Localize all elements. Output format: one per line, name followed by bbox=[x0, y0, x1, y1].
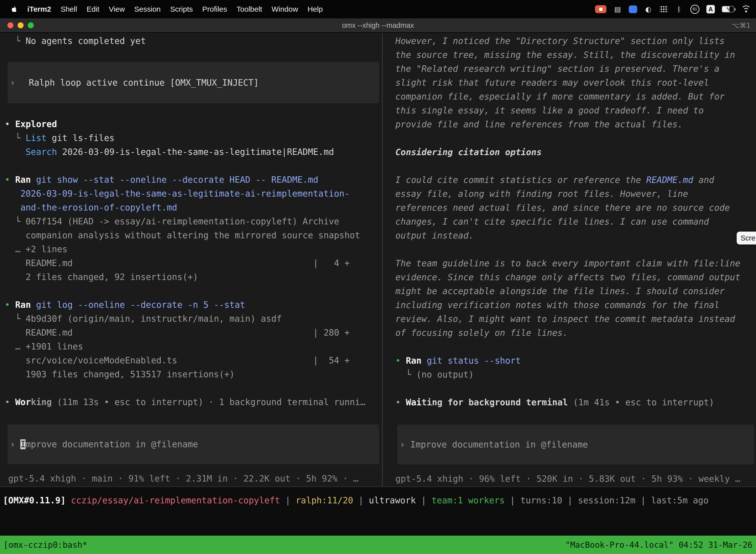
menu-item-shell[interactable]: Shell bbox=[61, 5, 77, 13]
text-segment: git log --oneline --decorate -n 5 --stat bbox=[36, 300, 245, 310]
tmux-panes: └ No agents completed yet › Ralph loop a… bbox=[0, 33, 756, 487]
terminal-line: this single essay, it seems like a good … bbox=[395, 104, 756, 117]
battery-gauge-icon[interactable]: 61 bbox=[690, 5, 699, 14]
menu-item-scripts[interactable]: Scripts bbox=[170, 5, 193, 13]
text-segment: session:12m bbox=[578, 495, 635, 505]
screen-recording-indicator[interactable] bbox=[595, 5, 607, 13]
menu-item-toolbelt[interactable]: Toolbelt bbox=[237, 5, 262, 13]
left-terminal-pane[interactable]: └ No agents completed yet › Ralph loop a… bbox=[0, 33, 382, 487]
terminal-line: slight risk that future readers may over… bbox=[395, 76, 756, 90]
terminal-line bbox=[395, 159, 756, 173]
menu-bar-status-icons: ▤◐ᛒ61A bbox=[595, 4, 756, 14]
prompt-input-right[interactable]: › Improve documentation in @filename bbox=[397, 425, 754, 464]
text-segment: (11m 13s • esc to interrupt) · 1 backgro… bbox=[52, 397, 365, 407]
terminal-line bbox=[5, 284, 382, 298]
text-segment: (1m 41s • esc to interrupt) bbox=[568, 397, 714, 407]
terminal-line bbox=[395, 242, 756, 257]
zoom-button[interactable] bbox=[28, 22, 34, 28]
text-segment: | bbox=[562, 495, 578, 505]
terminal-line: └ 4b9d30f (origin/main, instructkr/main,… bbox=[5, 312, 382, 326]
text-segment: The team guideline is to back every impo… bbox=[395, 258, 740, 268]
banner-text: Ralph loop active continue [OMX_TMUX_INJ… bbox=[29, 78, 259, 88]
screen-overlay-button[interactable]: Scre bbox=[737, 232, 756, 244]
contrast-app-icon[interactable]: ◐ bbox=[644, 4, 652, 14]
text-segment: git show --stat --oneline --decorate HEA… bbox=[36, 175, 318, 185]
menu-items: iTerm2ShellEditViewSessionScriptsProfile… bbox=[27, 5, 323, 13]
text-segment bbox=[422, 356, 427, 366]
terminal-line: └ List git ls-files bbox=[5, 131, 382, 145]
terminal-line bbox=[5, 159, 382, 173]
text-segment: changes, I can't cite specific file line… bbox=[395, 217, 709, 227]
text-segment: | bbox=[416, 495, 432, 505]
text-segment: ultrawork bbox=[369, 495, 416, 505]
text-segment: | bbox=[280, 495, 296, 505]
traffic-light-buttons bbox=[7, 22, 34, 28]
terminal-line: the source tree, missing the essay. Stil… bbox=[395, 48, 756, 62]
menu-item-edit[interactable]: Edit bbox=[86, 5, 100, 13]
terminal-line: might be acceptable alongside the file l… bbox=[395, 284, 756, 298]
menu-item-session[interactable]: Session bbox=[134, 5, 161, 13]
text-segment: | bbox=[353, 495, 369, 505]
menu-item-window[interactable]: Window bbox=[271, 5, 298, 13]
prompt-input-left[interactable]: › I mprove documentation in @filename bbox=[8, 425, 379, 464]
text-segment: turns:10 bbox=[520, 495, 562, 505]
tmux-session-label: [omx-cczip0:bash* bbox=[3, 540, 87, 550]
text-segment: essay file, along with finding root file… bbox=[395, 189, 688, 199]
input-source-icon[interactable]: A bbox=[706, 5, 715, 13]
wifi-icon[interactable] bbox=[741, 5, 751, 13]
text-segment: └ bbox=[5, 314, 25, 324]
menu-item-iterm2[interactable]: iTerm2 bbox=[27, 5, 51, 13]
text-segment: Ran bbox=[15, 175, 31, 185]
text-segment: • bbox=[5, 175, 15, 185]
terminal-line: the "Related research writing" section i… bbox=[395, 62, 756, 76]
text-segment: └ bbox=[5, 133, 25, 143]
text-segment: └ bbox=[5, 216, 25, 226]
terminal-line: src/voice/voiceModeEnabled.ts | 54 + bbox=[5, 353, 382, 367]
right-terminal-pane[interactable]: However, I noticed the "Directory Struct… bbox=[383, 33, 756, 487]
menu-item-help[interactable]: Help bbox=[308, 5, 323, 13]
window-title: omx --xhigh --madmax bbox=[342, 21, 414, 30]
text-segment: Wor bbox=[15, 397, 31, 407]
text-segment bbox=[31, 300, 36, 310]
text-segment: • bbox=[5, 300, 15, 310]
keyboard-icon[interactable]: ▤ bbox=[613, 4, 622, 14]
text-segment: 1903 files changed, 513517 insertions(+) bbox=[5, 369, 235, 379]
banner-prompt-icon: › bbox=[10, 78, 15, 88]
text-segment: provide file and line references from th… bbox=[395, 119, 683, 129]
text-segment: No agents completed yet bbox=[25, 36, 146, 46]
text-segment: However, I noticed the "Directory Struct… bbox=[395, 36, 725, 46]
raycast-icon[interactable] bbox=[629, 5, 637, 13]
app-grid-icon[interactable] bbox=[659, 6, 668, 13]
text-segment: • bbox=[395, 397, 406, 407]
apple-menu-icon[interactable] bbox=[10, 5, 18, 14]
terminal-line: provide file and line references from th… bbox=[395, 117, 756, 131]
battery-icon[interactable] bbox=[722, 6, 734, 12]
text-segment bbox=[5, 203, 20, 213]
terminal-line: • Ran git show --stat --oneline --decora… bbox=[5, 173, 382, 187]
text-segment: git ls-files bbox=[47, 133, 115, 143]
text-segment: … +1901 lines bbox=[5, 341, 83, 351]
window-shortcut-label: ⌥⌘1 bbox=[732, 21, 751, 29]
menu-item-profiles[interactable]: Profiles bbox=[202, 5, 227, 13]
text-segment: • bbox=[395, 356, 406, 366]
text-segment: … +2 lines bbox=[5, 244, 67, 254]
terminal-line: 1903 files changed, 513517 insertions(+) bbox=[5, 367, 382, 381]
menu-item-view[interactable]: View bbox=[109, 5, 125, 13]
terminal-line: 2 files changed, 92 insertions(+) bbox=[5, 270, 382, 284]
text-segment: team:1 workers bbox=[432, 495, 505, 505]
bluetooth-icon[interactable]: ᛒ bbox=[675, 4, 683, 14]
terminal-line bbox=[5, 103, 382, 117]
text-segment: companion analysis without altering the … bbox=[5, 230, 360, 240]
close-button[interactable] bbox=[7, 22, 13, 28]
terminal-line: However, I noticed the "Directory Struct… bbox=[395, 34, 756, 48]
minimize-button[interactable] bbox=[18, 22, 23, 28]
terminal-line: of focusing solely on file lines. bbox=[395, 326, 756, 340]
terminal-line: companion file, especially if more comme… bbox=[395, 90, 756, 104]
terminal-line: review. Also, I might want to inspect th… bbox=[395, 312, 756, 326]
text-segment: 2026-03-09-is-legal-the-same-as-legitima… bbox=[57, 147, 334, 157]
terminal-line: references need actual files, and since … bbox=[395, 201, 756, 215]
text-segment: README.md bbox=[646, 175, 693, 185]
input-cursor: I bbox=[20, 439, 25, 449]
window-title-bar[interactable]: omx --xhigh --madmax ⌥⌘1 bbox=[0, 18, 756, 33]
terminal-line: … +2 lines bbox=[5, 242, 382, 256]
